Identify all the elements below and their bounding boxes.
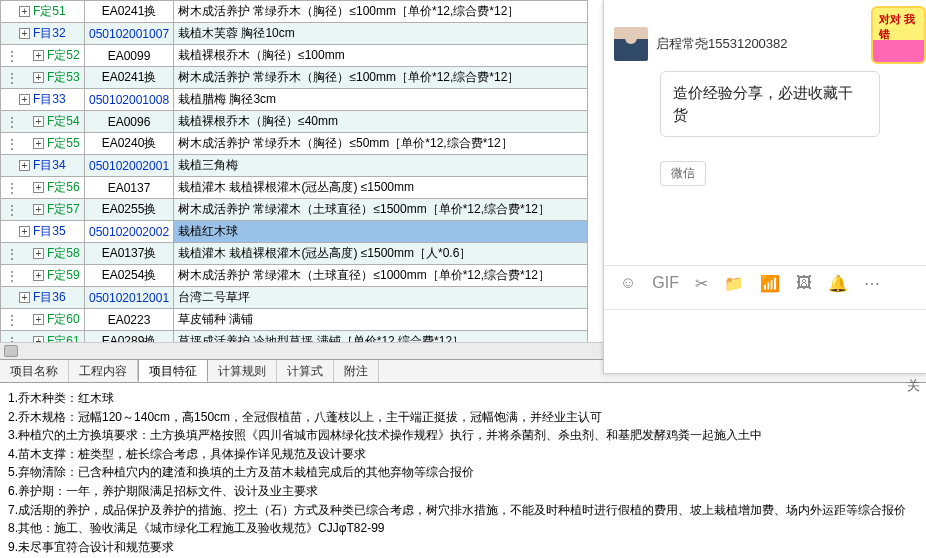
expand-icon[interactable]: + [33, 204, 44, 215]
desc-cell[interactable]: 树木成活养护 常绿乔木（胸径）≤100mm［单价*12,综合费*12］ [174, 67, 588, 89]
chat-message-bubble: 造价经验分享，必进收藏干货 [660, 71, 880, 137]
chat-tool-3[interactable]: 📁 [724, 274, 744, 293]
tree-label[interactable]: F目35 [33, 223, 66, 240]
code-cell[interactable]: 050102012001 [84, 287, 173, 309]
desc-cell[interactable]: 栽植腊梅 胸径3cm [174, 89, 588, 111]
code-cell[interactable]: 050102002002 [84, 221, 173, 243]
tree-label[interactable]: F定54 [47, 113, 80, 130]
code-cell[interactable]: 050102002001 [84, 155, 173, 177]
expand-icon[interactable]: + [19, 94, 30, 105]
tree-label[interactable]: F定55 [47, 135, 80, 152]
tree-label[interactable]: F定59 [47, 267, 80, 284]
tree-label[interactable]: F目32 [33, 25, 66, 42]
code-cell[interactable]: EA0099 [84, 45, 173, 67]
chat-sticker[interactable]: 对对 我错 [871, 6, 926, 64]
tree-label[interactable]: F定56 [47, 179, 80, 196]
code-cell[interactable]: 050102001008 [84, 89, 173, 111]
desc-cell[interactable]: 栽植灌木 栽植裸根灌木(冠丛高度) ≤1500mm［人*0.6］ [174, 243, 588, 265]
tab-1[interactable]: 工程内容 [69, 360, 138, 382]
wechat-tag[interactable]: 微信 [660, 161, 706, 186]
avatar[interactable] [614, 27, 648, 61]
code-cell[interactable]: EA0254换 [84, 265, 173, 287]
detail-line: 8.其他：施工、验收满足《城市绿化工程施工及验收规范》CJJφT82-99 [8, 519, 918, 538]
tree-label[interactable]: F定58 [47, 245, 80, 262]
desc-cell[interactable]: 草坪成活养护 冷地型草坪 满铺［单价*12,综合费*12］ [174, 331, 588, 343]
chat-tool-5[interactable]: 🖼 [796, 274, 812, 293]
expand-icon[interactable]: + [33, 270, 44, 281]
desc-cell[interactable]: 栽植灌木 栽植裸根灌木(冠丛高度) ≤1500mm [174, 177, 588, 199]
desc-cell[interactable]: 树木成活养护 常绿灌木（土球直径）≤1500mm［单价*12,综合费*12］ [174, 199, 588, 221]
detail-panel: 1.乔木种类：红木球2.乔木规格：冠幅120～140cm，高150cm，全冠假植… [0, 383, 926, 558]
chat-tool-6[interactable]: 🔔 [828, 274, 848, 293]
tree-label[interactable]: F定51 [33, 3, 66, 20]
tree-label[interactable]: F定57 [47, 201, 80, 218]
desc-cell[interactable]: 栽植裸根乔木（胸径）≤100mm [174, 45, 588, 67]
tab-3[interactable]: 计算规则 [208, 360, 277, 382]
tree-label[interactable]: F定53 [47, 69, 80, 86]
desc-cell[interactable]: 栽植红木球 [174, 221, 588, 243]
expand-icon[interactable]: + [33, 138, 44, 149]
boq-table[interactable]: +F定51EA0241换树木成活养护 常绿乔木（胸径）≤100mm［单价*12,… [0, 0, 588, 342]
expand-icon[interactable]: + [33, 72, 44, 83]
expand-icon[interactable]: + [19, 226, 30, 237]
tree-label[interactable]: F目36 [33, 289, 66, 306]
expand-icon[interactable]: + [33, 182, 44, 193]
expand-icon[interactable]: + [33, 116, 44, 127]
tab-0[interactable]: 项目名称 [0, 360, 69, 382]
chat-tool-1[interactable]: GIF [652, 274, 679, 293]
code-cell[interactable]: EA0137换 [84, 243, 173, 265]
desc-cell[interactable]: 栽植木芙蓉 胸径10cm [174, 23, 588, 45]
desc-cell[interactable]: 树木成活养护 常绿灌木（土球直径）≤1000mm［单价*12,综合费*12］ [174, 265, 588, 287]
chat-tool-7[interactable]: ⋯ [864, 274, 880, 293]
expand-icon[interactable]: + [19, 28, 30, 39]
code-cell[interactable]: EA0241换 [84, 1, 173, 23]
expand-icon[interactable]: + [33, 314, 44, 325]
desc-cell[interactable]: 栽植三角梅 [174, 155, 588, 177]
tree-label[interactable]: F定61 [47, 333, 80, 342]
tab-5[interactable]: 附注 [334, 360, 379, 382]
tab-4[interactable]: 计算式 [277, 360, 334, 382]
desc-cell[interactable]: 栽植裸根乔木（胸径）≤40mm [174, 111, 588, 133]
chat-contact-name: 启程常尧15531200382 [656, 35, 788, 53]
expand-icon[interactable]: + [33, 248, 44, 259]
tree-label[interactable]: F定52 [47, 47, 80, 64]
desc-cell[interactable]: 树木成活养护 常绿乔木（胸径）≤50mm［单价*12,综合费*12］ [174, 133, 588, 155]
desc-cell[interactable]: 草皮铺种 满铺 [174, 309, 588, 331]
desc-cell[interactable]: 树木成活养护 常绿乔木（胸径）≤100mm［单价*12,综合费*12］ [174, 1, 588, 23]
code-cell[interactable]: EA0096 [84, 111, 173, 133]
chat-panel: 撤回 启程常尧15531200382 造价经验分享，必进收藏干货 微信 对对 我… [603, 0, 926, 374]
code-cell[interactable]: EA0223 [84, 309, 173, 331]
code-cell[interactable]: EA0240换 [84, 133, 173, 155]
detail-line: 9.未尽事宜符合设计和规范要求 [8, 538, 918, 557]
tree-label[interactable]: F目33 [33, 91, 66, 108]
detail-line: 1.乔木种类：红木球 [8, 389, 918, 408]
expand-icon[interactable]: + [19, 6, 30, 17]
detail-line: 6.养护期：一年，养护期限满足招标文件、设计及业主要求 [8, 482, 918, 501]
chat-toolbar: ☺GIF✂📁📶🖼🔔⋯ [604, 265, 926, 301]
expand-icon[interactable]: + [19, 160, 30, 171]
code-cell[interactable]: EA0241换 [84, 67, 173, 89]
chat-tool-4[interactable]: 📶 [760, 274, 780, 293]
chat-close-button[interactable]: 关 [907, 377, 920, 395]
detail-line: 3.种植穴的土方换填要求：土方换填严格按照《四川省城市园林绿化技术操作规程》执行… [8, 426, 918, 445]
scrollbar-thumb[interactable] [4, 345, 18, 357]
code-cell[interactable]: EA0255换 [84, 199, 173, 221]
tree-label[interactable]: F目34 [33, 157, 66, 174]
desc-cell[interactable]: 台湾二号草坪 [174, 287, 588, 309]
expand-icon[interactable]: + [33, 50, 44, 61]
chat-input-area[interactable] [604, 309, 926, 373]
tab-2[interactable]: 项目特征 [138, 359, 208, 382]
code-cell[interactable]: EA0137 [84, 177, 173, 199]
expand-icon[interactable]: + [19, 292, 30, 303]
detail-line: 4.苗木支撑：桩类型，桩长综合考虑，具体操作详见规范及设计要求 [8, 445, 918, 464]
chat-tool-2[interactable]: ✂ [695, 274, 708, 293]
detail-line: 5.弃物清除：已含种植穴内的建渣和换填的土方及苗木栽植完成后的其他弃物等综合报价 [8, 463, 918, 482]
detail-line: 2.乔木规格：冠幅120～140cm，高150cm，全冠假植苗，八蓬枝以上，主干… [8, 408, 918, 427]
code-cell[interactable]: EA0289换 [84, 331, 173, 343]
tree-label[interactable]: F定60 [47, 311, 80, 328]
chat-tool-0[interactable]: ☺ [620, 274, 636, 293]
detail-line: 7.成活期的养护，成品保护及养护的措施、挖土（石）方式及种类已综合考虑，树穴排水… [8, 501, 918, 520]
code-cell[interactable]: 050102001007 [84, 23, 173, 45]
